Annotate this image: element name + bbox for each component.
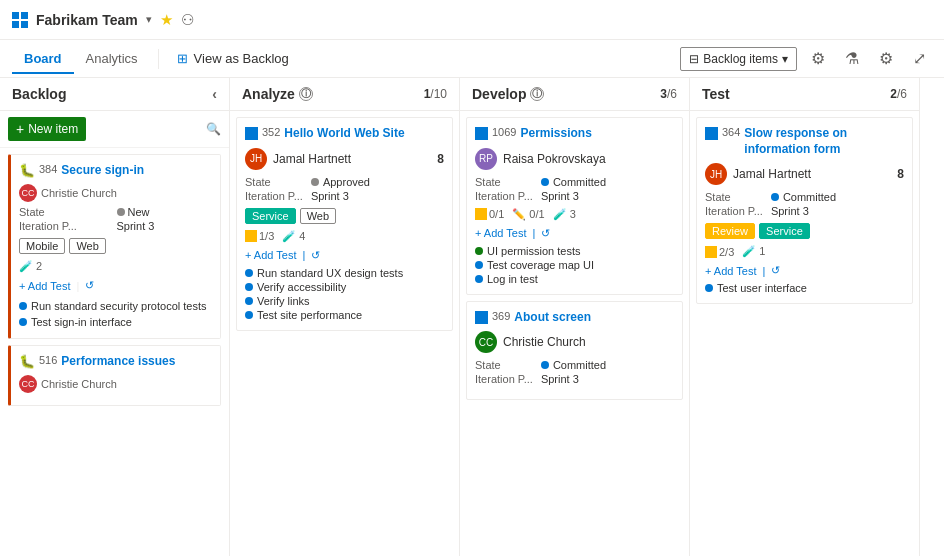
refresh-icon-1069[interactable]: ↺ [541, 227, 550, 240]
refresh-icon-352[interactable]: ↺ [311, 249, 320, 262]
card-364-title-row: 364 Slow response on information form [705, 126, 904, 157]
card-369-title-row: 369 About screen [475, 310, 674, 326]
card-369: 369 About screen CC Christie Church Stat… [466, 301, 683, 401]
iter-val-352: Sprint 3 [311, 190, 444, 202]
search-icon[interactable]: 🔍 [206, 122, 221, 136]
nav-bar: Board Analytics ⊞ View as Backlog ⊟ Back… [0, 40, 944, 78]
test-dot [475, 261, 483, 269]
fullscreen-icon[interactable]: ⤢ [907, 47, 932, 70]
person-badge-364: 8 [897, 167, 904, 181]
add-test-link-352[interactable]: + Add Test [245, 249, 296, 261]
nav-right: ⊟ Backlog items ▾ ⚙ ⚗ ⚙ ⤢ [680, 47, 932, 71]
test-dot [245, 283, 253, 291]
card-369-title[interactable]: About screen [514, 310, 591, 326]
card-1069-stats: 0/1 ✏️ 0/1 🧪 3 [475, 208, 674, 221]
person-name-jh2: Jamal Hartnett [733, 167, 811, 181]
add-test-link[interactable]: + Add Test [19, 280, 70, 292]
view-as-backlog-button[interactable]: ⊞ View as Backlog [167, 47, 299, 70]
flask-1069: 🧪 3 [553, 208, 576, 221]
test-dot [245, 311, 253, 319]
actions-sep: | [76, 280, 79, 292]
backlog-col-title: Backlog [12, 86, 66, 102]
card-364-person: JH Jamal Hartnett 8 [705, 163, 904, 185]
tag-web[interactable]: Web [69, 238, 105, 254]
card-364-stats: 2/3 🧪 1 [705, 245, 904, 258]
backlog-items-list: 🐛 384 Secure sign-in CC Christie Church … [0, 148, 229, 556]
analyze-info-icon[interactable]: ⓘ [299, 87, 313, 101]
flask-352: 🧪 4 [282, 230, 305, 243]
frac-yellow-1069: 0/1 [475, 208, 504, 220]
item-id: 384 [39, 163, 57, 175]
logo-icon [12, 12, 28, 28]
state-val-1069: Committed [541, 176, 674, 188]
test-item: Log in test [475, 272, 674, 286]
yellow-box-icon-1069 [475, 208, 487, 220]
tag-web-352[interactable]: Web [300, 208, 336, 224]
new-item-button[interactable]: + New item [8, 117, 86, 141]
filter-icon[interactable]: ⚗ [839, 47, 865, 70]
frac-yellow-352: 1/3 [245, 230, 274, 242]
sep-352: | [302, 249, 305, 261]
item-tags: Mobile Web [19, 238, 212, 254]
favorite-star-icon[interactable]: ★ [160, 11, 173, 29]
tag-service-352[interactable]: Service [245, 208, 296, 224]
test-dot [475, 247, 483, 255]
develop-count-current: 3 [660, 87, 667, 101]
analyze-count: 1/10 [424, 87, 447, 101]
team-logo: Fabrikam Team ▾ ★ ⚇ [12, 11, 194, 29]
test-actions: + Add Test | ↺ [19, 279, 212, 292]
item-person-row: CC Christie Church [19, 184, 212, 202]
refresh-icon[interactable]: ↺ [85, 279, 94, 292]
settings-gear-icon[interactable]: ⚙ [873, 47, 899, 70]
state-val-352: Approved [311, 176, 444, 188]
card-364-title[interactable]: Slow response on information form [744, 126, 904, 157]
tag-review-364[interactable]: Review [705, 223, 755, 239]
card-1069-meta: State Committed Iteration P... Sprint 3 [475, 176, 674, 202]
backlog-view-icon: ⊞ [177, 51, 188, 66]
settings-icon[interactable]: ⚙ [805, 47, 831, 70]
card-352-title-row: 352 Hello World Web Site [245, 126, 444, 142]
test-dot [245, 297, 253, 305]
backlog-items-label: Backlog items [703, 52, 778, 66]
item-title-row-516: 🐛 516 Performance issues [19, 354, 212, 369]
add-test-link-1069[interactable]: + Add Test [475, 227, 526, 239]
tag-mobile[interactable]: Mobile [19, 238, 65, 254]
card-352-id: 352 [262, 126, 280, 138]
iter-val-369: Sprint 3 [541, 373, 674, 385]
iter-label-364: Iteration P... [705, 205, 763, 217]
card-364-tags: Review Service [705, 223, 904, 239]
card-type-icon [245, 127, 258, 140]
card-352-person: JH Jamal Hartnett 8 [245, 148, 444, 170]
view-as-backlog-label: View as Backlog [194, 51, 289, 66]
person-avatar: CC [19, 184, 37, 202]
card-1069-title[interactable]: Permissions [520, 126, 591, 142]
analyze-col-title: Analyze ⓘ [242, 86, 313, 102]
backlog-items-button[interactable]: ⊟ Backlog items ▾ [680, 47, 797, 71]
members-icon[interactable]: ⚇ [181, 11, 194, 29]
develop-count: 3/6 [660, 87, 677, 101]
board-container: Backlog ‹ + New item 🔍 🐛 384 Secure sign… [0, 78, 944, 556]
refresh-icon-364[interactable]: ↺ [771, 264, 780, 277]
yellow-box-icon-364 [705, 246, 717, 258]
state-dot-364 [771, 193, 779, 201]
item-meta-grid: State New Iteration P... Sprint 3 [19, 206, 212, 232]
tag-service-364[interactable]: Service [759, 223, 810, 239]
chevron-down-icon[interactable]: ▾ [146, 13, 152, 26]
collapse-icon[interactable]: ‹ [212, 86, 217, 102]
item-title-516[interactable]: Performance issues [61, 354, 175, 368]
card-1069: 1069 Permissions RP Raisa Pokrovskaya St… [466, 117, 683, 295]
item-title[interactable]: Secure sign-in [61, 163, 144, 177]
card-1069-person: RP Raisa Pokrovskaya [475, 148, 674, 170]
frac-yellow-364: 2/3 [705, 246, 734, 258]
card-352-title[interactable]: Hello World Web Site [284, 126, 404, 142]
nav-item-board[interactable]: Board [12, 43, 74, 74]
state-dot-352 [311, 178, 319, 186]
test-dot [19, 302, 27, 310]
backlog-item-516: 🐛 516 Performance issues CC Christie Chu… [8, 345, 221, 406]
develop-info-icon[interactable]: ⓘ [530, 87, 544, 101]
add-test-link-364[interactable]: + Add Test [705, 265, 756, 277]
test-item: Test coverage map UI [475, 258, 674, 272]
person-avatar-jh2: JH [705, 163, 727, 185]
nav-item-analytics[interactable]: Analytics [74, 43, 150, 74]
develop-col-body: 1069 Permissions RP Raisa Pokrovskaya St… [460, 111, 689, 556]
